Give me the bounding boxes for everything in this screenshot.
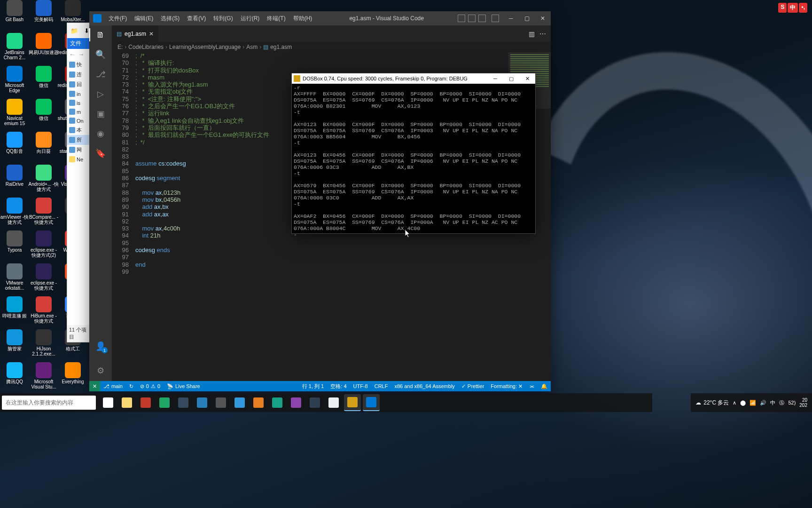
desktop-shortcut[interactable]: Git Bash	[0, 0, 29, 32]
breadcrumb-item[interactable]: CodeLibraries	[128, 44, 164, 50]
explorer-icon[interactable]: 🗎	[95, 29, 106, 40]
taskbar-app-app5[interactable]	[250, 394, 267, 411]
tab-eg1-asm[interactable]: ▤ eg1.asm ✕	[112, 25, 159, 42]
tray-item[interactable]: 📶	[750, 400, 756, 406]
clock[interactable]: 20202	[799, 397, 807, 408]
taskbar-app-app8[interactable]	[306, 394, 323, 411]
close-button[interactable]: ✕	[535, 11, 551, 25]
explorer-item[interactable]: 本	[67, 125, 93, 135]
breadcrumb[interactable]: E:›CodeLibraries›LearningAssemblyLanguag…	[112, 42, 551, 52]
gear-icon[interactable]: ⚙	[95, 365, 106, 376]
breadcrumb-item[interactable]: eg1.asm	[270, 44, 292, 50]
debug-icon[interactable]: ▷	[95, 88, 106, 100]
taskbar-app-explorer[interactable]	[118, 394, 135, 411]
desktop-shortcut[interactable]: Android+... -快捷方式	[29, 165, 58, 197]
split-icon[interactable]: ▥	[529, 30, 535, 38]
weather-widget[interactable]: ☁ 22°C 多云	[695, 399, 729, 407]
dosbox-minimize[interactable]: ─	[487, 73, 503, 84]
desktop-shortcut[interactable]: 哔哩直播 姬	[0, 296, 29, 328]
system-tray[interactable]: ☁ 22°C 多云 ∧⬤📶🔊中Ⓢ52) 20202	[691, 393, 812, 412]
dosbox-window[interactable]: DOSBox 0.74, Cpu speed: 3000 cycles, Fra…	[291, 73, 536, 234]
desktop-shortcut[interactable]: 腾讯QQ	[0, 362, 29, 394]
taskbar-app-app1[interactable]	[137, 394, 154, 411]
explorer-item[interactable]: On	[67, 116, 93, 125]
tray-item[interactable]: ∧	[733, 400, 736, 406]
explorer-item[interactable]: 连	[67, 70, 93, 79]
desktop-shortcut[interactable]: 网易UU加速器	[29, 33, 58, 65]
minimize-button[interactable]: ─	[503, 11, 519, 25]
desktop-shortcut[interactable]: eclipse.exe - 快捷方式	[29, 263, 58, 295]
desktop-shortcut[interactable]: Microsoft Edge	[0, 66, 29, 98]
dosbox-terminal[interactable]: -r AX=FFFF BX=0000 CX=000F DX=0000 SP=00…	[292, 84, 535, 238]
desktop-shortcut[interactable]: 微信	[29, 66, 58, 98]
menu-item[interactable]: 运行(R)	[237, 13, 263, 24]
taskbar-app-app9[interactable]	[325, 394, 342, 411]
taskbar-app-edge[interactable]	[156, 394, 173, 411]
maximize-button[interactable]: ▢	[519, 11, 535, 25]
menu-item[interactable]: 终端(T)	[264, 13, 289, 24]
desktop-shortcut[interactable]: Typora	[0, 230, 29, 262]
desktop-shortcut[interactable]: VMware orkstati...	[0, 263, 29, 295]
vscode-titlebar[interactable]: 文件(F)编辑(E)选择(S)查看(V)转到(G)运行(R)终端(T)帮助(H)…	[89, 11, 551, 25]
explorer-nav[interactable]: ←→	[67, 49, 93, 60]
desktop-shortcut[interactable]: 微信	[29, 99, 58, 131]
cursor-position[interactable]: 行 1, 列 1	[299, 381, 327, 391]
taskbar-app-dosbox[interactable]	[344, 394, 361, 411]
explorer-tab-file[interactable]: 文件	[67, 38, 93, 49]
taskbar-app-app4[interactable]	[231, 394, 248, 411]
scm-icon[interactable]: ⎇	[95, 69, 106, 80]
menu-bar[interactable]: 文件(F)编辑(E)选择(S)查看(V)转到(G)运行(R)终端(T)帮助(H)	[105, 13, 315, 24]
desktop-shortcut[interactable]: HiJson 2.1.2.exe...	[29, 329, 58, 361]
explorer-item[interactable]: 回	[67, 79, 93, 89]
tray-item[interactable]: ⬤	[740, 400, 746, 406]
taskbar-app-task-view[interactable]	[100, 394, 117, 411]
tray-item[interactable]: 🔊	[760, 400, 766, 406]
dosbox-titlebar[interactable]: DOSBox 0.74, Cpu speed: 3000 cycles, Fra…	[292, 73, 535, 84]
ime-brand[interactable]: S	[778, 3, 787, 13]
taskbar-app-app6[interactable]	[269, 394, 286, 411]
taskbar-app-vscode[interactable]	[363, 394, 380, 411]
explorer-item[interactable]: 所	[67, 135, 93, 145]
desktop-shortcut[interactable]: HiBurn.exe - 快捷方式	[29, 296, 58, 328]
desktop-shortcut[interactable]: Microsoft Visual Stu...	[29, 362, 58, 394]
search-icon[interactable]: 🔍	[95, 49, 106, 60]
desktop-shortcut[interactable]: RaiDrive	[0, 165, 29, 197]
explorer-item[interactable]: in	[67, 89, 93, 98]
encoding[interactable]: UTF-8	[350, 381, 371, 391]
language-mode[interactable]: x86 and x86_64 Assembly	[391, 381, 458, 391]
close-tab-icon[interactable]: ✕	[149, 31, 154, 37]
layout-controls[interactable]	[458, 15, 499, 22]
desktop-shortcut[interactable]: BCompare... -快捷方式	[29, 198, 58, 230]
taskbar-app-settings[interactable]	[212, 394, 229, 411]
remote-icon[interactable]: ◉	[95, 128, 106, 139]
explorer-item[interactable]: m	[67, 107, 93, 116]
taskbar-app-app2[interactable]	[175, 394, 192, 411]
desktop-shortcut[interactable]: QQ影音	[0, 132, 29, 164]
indentation[interactable]: 空格: 4	[327, 381, 350, 391]
menu-item[interactable]: 文件(F)	[105, 13, 130, 24]
git-branch[interactable]: ⎇ main	[100, 381, 126, 391]
live-share[interactable]: 📡 Live Share	[164, 381, 203, 391]
ime-punct[interactable]: •,	[799, 3, 807, 13]
menu-item[interactable]: 转到(G)	[210, 13, 236, 24]
prettier[interactable]: ✓ Prettier	[458, 381, 487, 391]
more-icon[interactable]: ⋯	[539, 30, 546, 38]
tray-item[interactable]: 52)	[788, 400, 796, 405]
menu-item[interactable]: 编辑(E)	[131, 13, 156, 24]
sync-button[interactable]: ↻	[126, 381, 137, 391]
menu-item[interactable]: 查看(V)	[184, 13, 209, 24]
explorer-item[interactable]: 网	[67, 145, 93, 155]
feedback-icon[interactable]: ⫘	[526, 381, 538, 391]
ime-language[interactable]: 中	[788, 3, 798, 13]
desktop-shortcut[interactable]: 完美解码	[29, 0, 58, 32]
tray-item[interactable]: 中	[770, 399, 775, 406]
search-input[interactable]: 在这里输入你要搜索的内容	[2, 396, 96, 410]
desktop-shortcut[interactable]: Navicat emium 15	[0, 99, 29, 131]
dosbox-close[interactable]: ✕	[519, 73, 535, 84]
formatting[interactable]: Formatting: ✕	[487, 381, 526, 391]
bookmark-icon[interactable]: 🔖	[95, 148, 106, 159]
desktop-shortcut[interactable]: eclipse.exe - 快捷方式(2)	[29, 230, 58, 262]
desktop-shortcut[interactable]: Everything	[58, 362, 87, 394]
tray-item[interactable]: Ⓢ	[779, 399, 784, 406]
eol[interactable]: CRLF	[371, 381, 391, 391]
